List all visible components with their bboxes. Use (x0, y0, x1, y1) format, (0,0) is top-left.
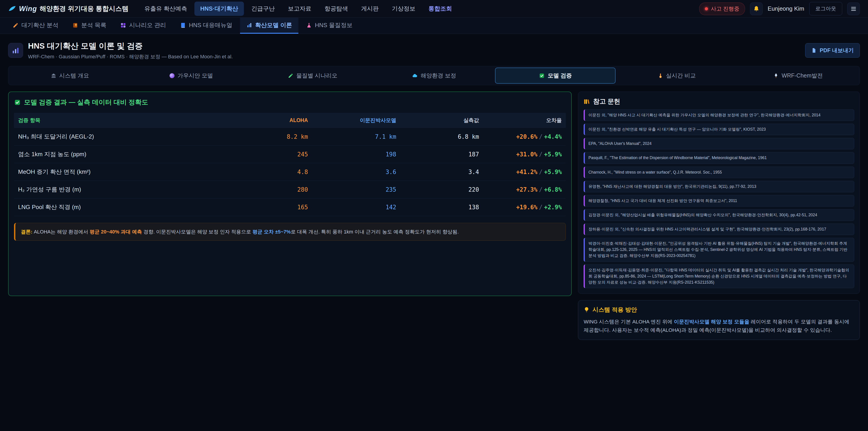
user-name: Eunjeong Kim (768, 5, 804, 12)
subtab-label: HNS 물질정보 (315, 21, 352, 29)
cloud-icon (412, 73, 418, 79)
books-icon (584, 98, 590, 105)
nav-emergency-rescue[interactable]: 긴급구난 (245, 2, 281, 16)
subtab-dispersion-analysis[interactable]: 대기확산 분석 (6, 18, 65, 34)
notifications-button[interactable] (750, 2, 763, 15)
references-panel: 참고 문헌 이문진 외, "해양 HNS 사고 시 대기확산 예측을 위한 가우… (578, 92, 860, 294)
right-column: 참고 문헌 이문진 외, "해양 HNS 사고 시 대기확산 예측을 위한 가우… (578, 92, 860, 340)
siren-icon (705, 7, 708, 10)
nav-weather-info[interactable]: 기상정보 (386, 2, 421, 16)
cell-item: LNG Pool 확산 직경 (m) (14, 198, 235, 216)
references-title-row: 참고 문헌 (584, 97, 854, 106)
cell-error: +20.6%/+4.4% (483, 128, 566, 146)
cell-aloha: 245 (235, 146, 312, 163)
cell-aloha: 8.2 km (235, 128, 312, 146)
cell-measured: 3.4 (400, 163, 483, 181)
subtab-hns-response-manual[interactable]: HNS 대응매뉴얼 (174, 18, 239, 34)
stab-label: 모델 검증 (548, 72, 572, 79)
app-logo[interactable]: Wing 해양환경 위기대응 통합시스템 (8, 4, 129, 13)
references-list: 이문진 외, "해양 HNS 사고 시 대기확산 예측을 위한 가우시안 모델의… (584, 110, 854, 288)
stab-model-validation[interactable]: 모델 검증 (495, 68, 616, 84)
cell-error: +19.6%/+2.9% (483, 198, 566, 216)
reference-item: 해양경찰청, "HNS 사고 국가 대비 대응 체계 선진화 방안 연구용역 최… (584, 195, 854, 207)
stab-label: 가우시안 모델 (178, 72, 213, 79)
system-application-panel: 시스템 적용 방안 WING 시스템은 기본 ALOHA 엔진 위에 이문진박사… (578, 300, 860, 340)
header-error: 오차율 (483, 113, 566, 128)
content-area: 모델 검증 결과 — 실측 데이터 대비 정확도 검증 항목 ALOHA 이문진… (0, 85, 868, 346)
pdf-export-label: PDF 내보내기 (819, 47, 854, 54)
table-row: MeOH 증기 확산 면적 (km²) 4.8 3.6 3.4 +41.2%/+… (14, 163, 566, 181)
chart-bars-icon (246, 22, 252, 28)
conclusion-note: 결론: ALOHA는 해양 환경에서 평균 20~40% 과대 예측 경향. 이… (14, 223, 566, 241)
application-title-row: 시스템 적용 방안 (584, 306, 854, 314)
menu-button[interactable] (847, 2, 860, 15)
reference-item: 이문진 외, "해양 HNS 사고 시 대기확산 예측을 위한 가우시안 모델의… (584, 110, 854, 121)
conclusion-highlight-error-range: 평균 오차 ±5~7% (252, 229, 291, 235)
rocket-icon (773, 73, 779, 79)
nav-hns-atmospheric[interactable]: HNS·대기확산 (194, 2, 244, 16)
subtab-diffusion-model-theory[interactable]: 확산모델 이론 (240, 18, 298, 34)
notebook-icon (72, 22, 78, 28)
subtab-label: 대기확산 분석 (22, 21, 58, 29)
building-icon (51, 73, 56, 79)
header-item: 검증 항목 (14, 113, 235, 128)
cell-aloha: 4.8 (235, 163, 312, 181)
logout-button[interactable]: 로그아웃 (809, 2, 842, 16)
conclusion-label: 결론: (21, 229, 32, 235)
reference-item: 박경아·이진호·박채진·김태성·김태현·이문진, "인공위성 원격탐사 기반 A… (584, 238, 854, 261)
hamburger-icon (850, 6, 857, 12)
reference-item: 장하용·이문진 외, "신속한 의사결정을 위한 HNS 사고이력관리시스템 설… (584, 223, 854, 235)
header-model: 이문진박사모델 (312, 113, 400, 128)
page-subtitle: WRF-Chem · Gaussian Plume/Puff · ROMS · … (28, 53, 233, 60)
reference-item: Charnock, H., "Wind stress on a water su… (584, 166, 854, 178)
cell-item: H₂ 가연성 구름 반경 (m) (14, 181, 235, 198)
reference-item: 오진석·김주영·이득재·김용명·최준·이문진, "다항목 HNS 데이터의 실시… (584, 265, 854, 288)
cell-aloha: 165 (235, 198, 312, 216)
app-root: Wing 해양환경 위기대응 통합시스템 유출유 확산예측 HNS·대기확산 긴… (0, 0, 868, 346)
incident-status-label: 사고 진행중 (711, 5, 739, 12)
scenario-grid-icon (120, 22, 126, 28)
subtab-label: 시나리오 관리 (129, 21, 166, 29)
top-navigation: Wing 해양환경 위기대응 통합시스템 유출유 확산예측 HNS·대기확산 긴… (0, 0, 868, 18)
stab-realtime-comparison[interactable]: 실시간 비교 (616, 68, 737, 84)
nav-reports[interactable]: 보고자료 (282, 2, 317, 16)
application-highlight: 이문진박사모델 해양 보정 모듈을 (674, 319, 749, 325)
cell-item: MeOH 증기 확산 면적 (km²) (14, 163, 235, 181)
nav-oil-spill-prediction[interactable]: 유출유 확산예측 (138, 2, 193, 16)
subtab-label: 분석 목록 (81, 21, 106, 29)
subtab-scenario-management[interactable]: 시나리오 관리 (114, 18, 172, 34)
header-measured: 실측값 (400, 113, 483, 128)
cell-error: +27.3%/+6.8% (483, 181, 566, 198)
stab-wrf-chem[interactable]: WRF-Chem발전 (738, 68, 858, 84)
table-row: H₂ 가연성 구름 반경 (m) 280 235 220 +27.3%/+6.8… (14, 181, 566, 198)
incident-status-badge[interactable]: 사고 진행중 (699, 2, 745, 15)
stab-label: WRF-Chem발전 (782, 72, 823, 79)
check-square-icon (539, 73, 545, 79)
brand-name: Wing (19, 5, 37, 13)
cell-item: 염소 1km 지점 농도 (ppm) (14, 146, 235, 163)
nav-aerial-search[interactable]: 항공탐색 (318, 2, 354, 16)
subtab-hns-substance-info[interactable]: HNS 물질정보 (300, 18, 359, 34)
subtab-label: HNS 대응매뉴얼 (189, 21, 232, 29)
stab-substance-scenarios[interactable]: 물질별 시나리오 (252, 68, 373, 84)
stab-gaussian-model[interactable]: 가우시안 모델 (131, 68, 252, 84)
reference-item: 유영현, "HNS 재난사고에 대한 해양경찰의 대응 방안", 한국위기관리논… (584, 181, 854, 192)
flask-icon (306, 22, 312, 28)
cell-model: 7.1 km (312, 128, 400, 146)
model-chart-icon (12, 47, 20, 54)
stab-marine-correction[interactable]: 해양환경 보정 (374, 68, 494, 84)
application-title: 시스템 적용 방안 (592, 306, 637, 314)
table-row: NH₃ 최대 도달거리 (AEGL-2) 8.2 km 7.1 km 6.8 k… (14, 128, 566, 146)
pencil-icon (13, 22, 19, 28)
manual-book-icon (180, 22, 186, 28)
page-title-block: HNS 대기확산 모델 이론 및 검증 WRF-Chem · Gaussian … (28, 41, 233, 60)
gaussian-sphere-icon (169, 73, 175, 78)
pdf-export-button[interactable]: PDF 내보내기 (805, 43, 860, 58)
nav-integrated-search[interactable]: 통합조회 (423, 2, 458, 16)
stab-system-overview[interactable]: 시스템 개요 (10, 68, 130, 84)
page-icon-box (8, 43, 23, 58)
sub-navigation: 대기확산 분석 분석 목록 시나리오 관리 HNS 대응매뉴얼 확산모델 이론 … (0, 18, 868, 34)
subtab-analysis-list[interactable]: 분석 목록 (66, 18, 113, 34)
nav-board[interactable]: 게시판 (355, 2, 384, 16)
app-title: 해양환경 위기대응 통합시스템 (39, 4, 128, 13)
